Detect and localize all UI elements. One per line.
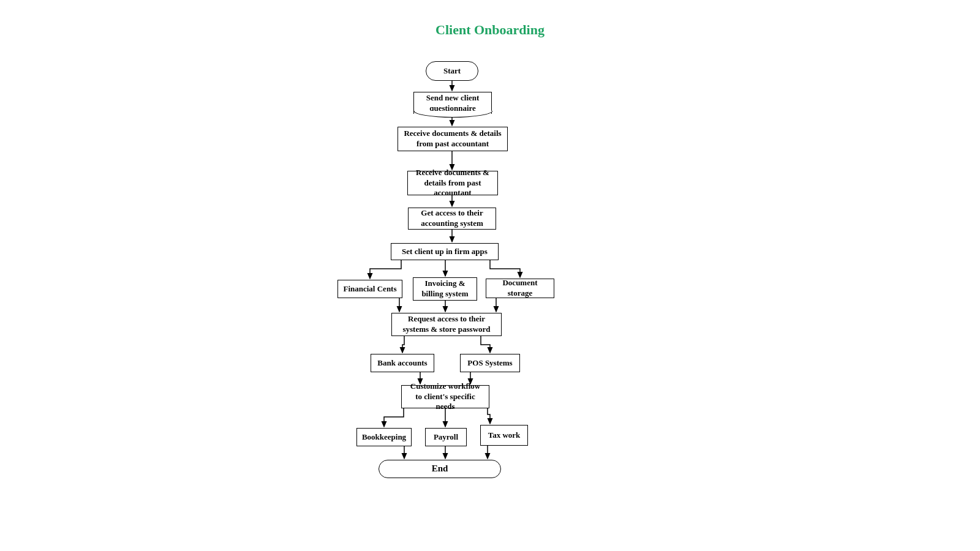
node-bookkeeping: Bookkeeping — [356, 428, 412, 446]
node-invoicing-billing: Invoicing & billing system — [413, 277, 477, 301]
node-receive-docs-2: Receive documents & details from past ac… — [407, 171, 498, 195]
node-get-access: Get access to their accounting system — [408, 208, 496, 230]
node-start: Start — [426, 61, 478, 81]
node-end: End — [379, 460, 501, 478]
node-financial-cents: Financial Cents — [337, 280, 402, 298]
node-bank-accounts: Bank accounts — [371, 354, 434, 372]
node-customize-workflow: Customize workflow to client's specific … — [401, 385, 489, 408]
node-tax-work: Tax work — [480, 425, 528, 446]
node-request-access: Request access to their systems & store … — [391, 313, 502, 336]
diagram-title: Client Onboarding — [0, 22, 980, 38]
node-pos-systems: POS Systems — [460, 354, 520, 372]
node-payroll: Payroll — [425, 428, 467, 446]
node-send-questionnaire: Send new client questionnaire — [413, 92, 492, 114]
node-setup-firm-apps: Set client up in firm apps — [391, 243, 499, 260]
node-receive-docs-1: Receive documents & details from past ac… — [398, 127, 508, 151]
node-document-storage: Document storage — [486, 279, 554, 298]
flowchart: Start Send new client questionnaire Rece… — [0, 58, 980, 548]
